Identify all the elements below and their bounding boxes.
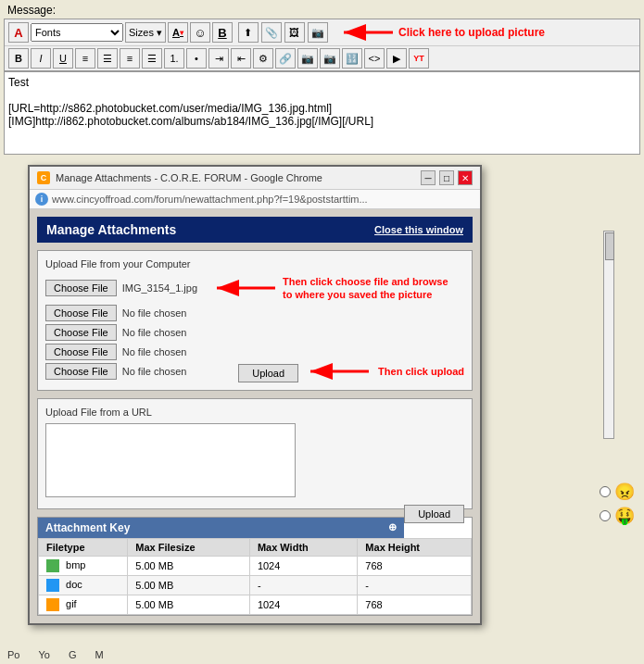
cell-width-2: - <box>249 575 357 595</box>
bold-btn[interactable]: B <box>212 22 233 43</box>
filetype-icon-bmp <box>46 559 59 572</box>
file-row-2: Choose File No file chosen <box>45 305 464 321</box>
cell-size-2: 5.00 MB <box>128 575 250 595</box>
file-name-1: IMG_3154_1.jpg <box>122 282 197 294</box>
message-label: Message: <box>0 0 644 19</box>
sizes-btn[interactable]: Sizes ▾ <box>125 22 166 43</box>
upload-computer-btn[interactable]: Upload <box>238 364 298 382</box>
align-center-btn[interactable]: ☰ <box>97 48 118 69</box>
choose-file-btn-2[interactable]: Choose File <box>45 305 117 321</box>
editor-line1: Test <box>8 76 636 89</box>
scrollbar-thumb <box>605 232 614 260</box>
tb-extra3[interactable]: 📷 <box>297 48 318 69</box>
info-icon: i <box>35 193 48 206</box>
attachment-key-header: Attachment Key ⊕ <box>38 518 404 538</box>
bottom-text-1: Po <box>7 649 19 660</box>
col-maxfilesize: Max Filesize <box>128 538 250 556</box>
radio-btn-2[interactable] <box>600 510 611 521</box>
modal-scrollbar[interactable] <box>603 231 614 439</box>
indent-btn[interactable]: ⇥ <box>208 48 229 69</box>
maximize-btn[interactable]: □ <box>439 170 454 185</box>
minimize-btn[interactable]: ─ <box>421 170 436 185</box>
align-right-btn[interactable]: ≡ <box>120 48 140 69</box>
cell-filetype-2: doc <box>39 575 128 595</box>
tb-yt-btn[interactable]: YT <box>409 48 429 69</box>
radio-btn-1[interactable] <box>600 486 611 497</box>
cell-filetype-1: bmp <box>39 556 128 575</box>
file-row-4: Choose File No file chosen <box>45 344 464 360</box>
emoji-area: 😠 🤑 <box>600 482 635 526</box>
editor-line4: [IMG]http://i862.photobucket.com/albums/… <box>8 115 636 128</box>
italic-btn[interactable]: I <box>31 48 51 69</box>
cell-width-3: 1024 <box>249 595 357 614</box>
emoji-row-2: 🤑 <box>600 506 635 526</box>
file-name-2: No file chosen <box>122 307 187 319</box>
upload-url-btn[interactable]: Upload <box>404 505 464 523</box>
address-text: www.cincyoffroad.com/forum/newattachment… <box>52 194 368 205</box>
smiley-btn[interactable]: ☺ <box>190 22 210 43</box>
tb-btn3[interactable]: 🖼 <box>284 22 305 43</box>
ol-btn[interactable]: 1. <box>164 48 184 69</box>
tb-extra1[interactable]: ⚙ <box>253 48 273 69</box>
tb-code-btn[interactable]: <> <box>364 48 385 69</box>
annotation-choosefile-group: Then click choose file and browse to whe… <box>212 275 449 302</box>
underline-btn[interactable]: U <box>53 48 73 69</box>
tb-btn2[interactable]: 📎 <box>261 22 282 43</box>
ul-btn[interactable]: • <box>186 48 207 69</box>
attachment-key-section: Attachment Key ⊕ Filetype Max Filesize M… <box>37 517 473 616</box>
modal-body: Manage Attachments Close this window Upl… <box>30 209 480 623</box>
modal-addressbar: i www.cincyoffroad.com/forum/newattachme… <box>30 190 480 209</box>
choose-file-btn-3[interactable]: Choose File <box>45 324 117 341</box>
emoji-row-1: 😠 <box>600 482 635 502</box>
file-row-3: Choose File No file chosen <box>45 324 464 341</box>
annotation-upload-text: Then click upload <box>378 366 464 377</box>
bold-btn2[interactable]: B <box>8 48 29 69</box>
outdent-btn[interactable]: ⇤ <box>231 48 251 69</box>
col-filetype: Filetype <box>39 538 128 556</box>
file-name-5: No file chosen <box>122 366 187 377</box>
toolbar-row2: B I U ≡ ☰ ≡ ☰ 1. • ⇥ ⇤ ⚙ 🔗 📷 📷 🔢 <> ▶ YT <box>5 46 639 70</box>
cell-width-1: 1024 <box>249 556 357 575</box>
font-icon-btn[interactable]: A <box>8 22 29 43</box>
modal-favicon: C <box>37 171 50 184</box>
file-name-4: No file chosen <box>122 346 187 357</box>
close-btn[interactable]: ✕ <box>458 170 473 185</box>
angry-emoji: 😠 <box>614 482 635 502</box>
filetype-icon-gif <box>46 598 59 611</box>
file-row-1: Choose File IMG_3154_1.jpg Then <box>45 275 464 302</box>
editor-line2 <box>8 89 636 102</box>
bottom-text-3: G <box>69 649 77 660</box>
tb-btn4[interactable]: 📷 <box>308 22 328 43</box>
file-name-3: No file chosen <box>122 327 187 338</box>
toolbar-row1: A Fonts Sizes ▾ A▾ ☺ B ⬆ 📎 🖼 📷 <box>5 19 639 46</box>
bottom-text-2: Yo <box>38 649 49 660</box>
choose-file-btn-4[interactable]: Choose File <box>45 344 117 360</box>
col-maxwidth: Max Width <box>249 538 357 556</box>
filetype-icon-doc <box>46 579 59 592</box>
table-row: bmp 5.00 MB 1024 768 <box>39 556 472 575</box>
modal-header-title: Manage Attachments <box>46 222 176 237</box>
attachment-key-expand[interactable]: ⊕ <box>388 521 397 533</box>
url-textarea[interactable] <box>45 423 296 497</box>
choose-file-btn-5[interactable]: Choose File <box>45 363 117 380</box>
font-select[interactable]: Fonts <box>31 23 123 42</box>
section-legend-computer: Upload File from your Computer <box>45 258 464 269</box>
choose-file-btn-1[interactable]: Choose File <box>45 280 117 296</box>
tb-extra2[interactable]: 🔗 <box>275 48 296 69</box>
section-legend-url: Upload File from a URL <box>45 407 464 418</box>
bottom-area: Po Yo G M <box>0 645 644 664</box>
align-justify-btn[interactable]: ☰ <box>142 48 162 69</box>
modal-window: C Manage Attachments - C.O.R.E. FORUM - … <box>28 165 482 625</box>
col-maxheight: Max Height <box>358 538 472 556</box>
editor-content: Test [URL=http://s862.photobucket.com/us… <box>4 71 640 155</box>
align-left-btn[interactable]: ≡ <box>75 48 95 69</box>
upload-btn-group: Upload Then click upload <box>238 360 464 382</box>
tb-extra4[interactable]: 📷 <box>320 48 340 69</box>
modal-title-text: Manage Attachments - C.O.R.E. FORUM - Go… <box>56 172 415 183</box>
tb-media-btn[interactable]: ▶ <box>386 48 407 69</box>
close-window-link[interactable]: Close this window <box>374 224 463 235</box>
font-color-btn[interactable]: A▾ <box>168 22 188 43</box>
upload-computer-section: Upload File from your Computer Choose Fi… <box>37 250 473 391</box>
tb-btn1[interactable]: ⬆ <box>238 22 259 43</box>
tb-extra5[interactable]: 🔢 <box>342 48 362 69</box>
